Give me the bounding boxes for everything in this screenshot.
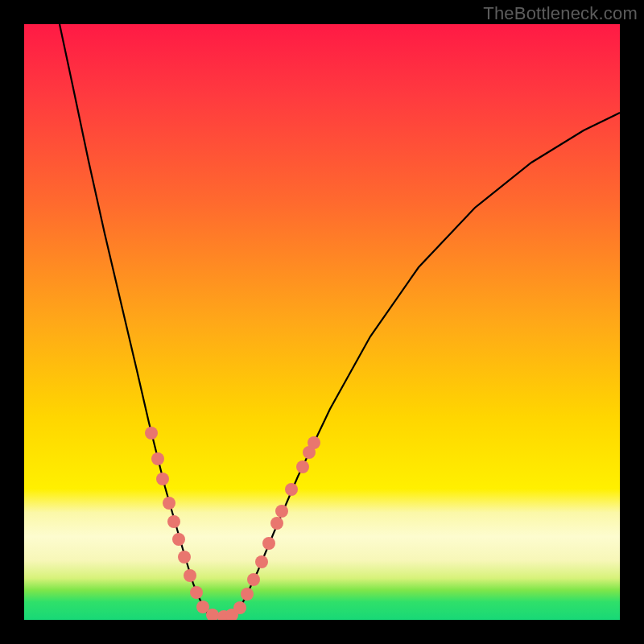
scatter-dot [172,533,185,546]
scatter-dot [233,601,246,614]
scatter-dot [270,517,283,530]
scatter-dot [308,436,320,449]
bottleneck-curve [60,24,620,617]
watermark-text: TheBottleneck.com [483,3,638,24]
scatter-dot [285,483,298,496]
scatter-dot [255,555,268,568]
scatter-dot [178,551,191,564]
scatter-dot [262,537,275,550]
scatter-dot [151,452,164,465]
scatter-dot [145,427,158,440]
scatter-dot [163,497,175,510]
chart-svg [24,24,620,620]
scatter-dot [184,569,196,582]
scatter-dot [275,505,288,518]
scatter-dot [241,588,254,601]
chart-plot-area [24,24,620,620]
chart-frame: TheBottleneck.com [0,0,644,644]
scatter-dot [190,586,203,599]
scatter-dot [296,460,309,473]
scatter-dot [156,473,169,485]
scatter-dot [247,573,260,586]
scatter-dot [167,515,180,528]
scatter-dots [145,427,320,620]
